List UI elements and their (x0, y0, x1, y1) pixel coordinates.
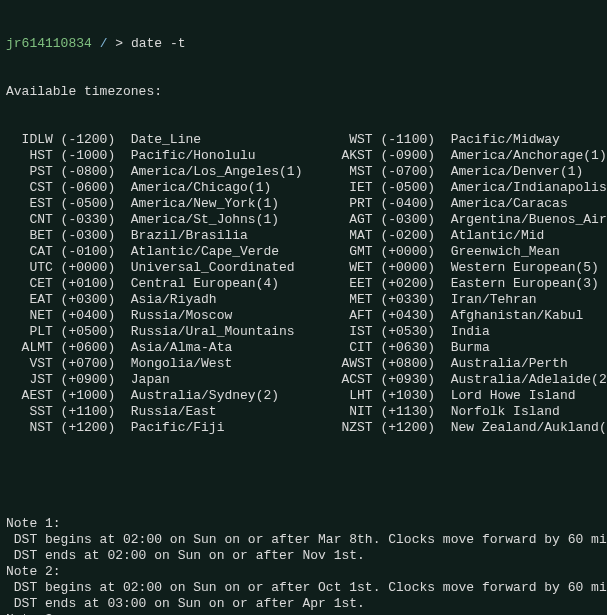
timezone-row: CAT (-0100) Atlantic/Cape_Verde GMT (+00… (6, 244, 601, 260)
notes-section: Note 1: DST begins at 02:00 on Sun on or… (6, 516, 601, 615)
output-header: Available timezones: (6, 84, 601, 100)
timezone-row: PST (-0800) America/Los_Angeles(1) MST (… (6, 164, 601, 180)
prompt-path: / (100, 36, 108, 51)
timezone-row: AEST (+1000) Australia/Sydney(2) LHT (+1… (6, 388, 601, 404)
prompt-line: jr614110834 / > date -t (6, 36, 601, 52)
timezone-row: VST (+0700) Mongolia/West AWST (+0800) A… (6, 356, 601, 372)
timezone-row: JST (+0900) Japan ACST (+0930) Australia… (6, 372, 601, 388)
timezone-row: BET (-0300) Brazil/Brasilia MAT (-0200) … (6, 228, 601, 244)
note-line: DST ends at 03:00 on Sun on or after Apr… (6, 596, 601, 612)
timezone-row: NST (+1200) Pacific/Fiji NZST (+1200) Ne… (6, 420, 601, 436)
blank-line (6, 468, 601, 484)
timezone-row: EAT (+0300) Asia/Riyadh MET (+0330) Iran… (6, 292, 601, 308)
note-line: DST ends at 02:00 on Sun on or after Nov… (6, 548, 601, 564)
prompt-symbol: > (115, 36, 123, 51)
timezone-table: IDLW (-1200) Date_Line WST (-1100) Pacif… (6, 132, 601, 436)
note-title: Note 2: (6, 564, 601, 580)
timezone-row: CNT (-0330) America/St_Johns(1) AGT (-03… (6, 212, 601, 228)
timezone-row: CET (+0100) Central European(4) EET (+02… (6, 276, 601, 292)
note-line: DST begins at 02:00 on Sun on or after M… (6, 532, 601, 548)
timezone-row: SST (+1100) Russia/East NIT (+1130) Norf… (6, 404, 601, 420)
timezone-row: UTC (+0000) Universal_Coordinated WET (+… (6, 260, 601, 276)
timezone-row: EST (-0500) America/New_York(1) PRT (-04… (6, 196, 601, 212)
note-title: Note 1: (6, 516, 601, 532)
timezone-row: IDLW (-1200) Date_Line WST (-1100) Pacif… (6, 132, 601, 148)
timezone-row: NET (+0400) Russia/Moscow AFT (+0430) Af… (6, 308, 601, 324)
timezone-row: HST (-1000) Pacific/Honolulu AKST (-0900… (6, 148, 601, 164)
note-line: DST begins at 02:00 on Sun on or after O… (6, 580, 601, 596)
prompt-user: jr614110834 (6, 36, 92, 51)
timezone-row: ALMT (+0600) Asia/Alma-Ata CIT (+0630) B… (6, 340, 601, 356)
terminal-output[interactable]: jr614110834 / > date -t Available timezo… (0, 0, 607, 615)
timezone-row: CST (-0600) America/Chicago(1) IET (-050… (6, 180, 601, 196)
command-text: date -t (131, 36, 186, 51)
timezone-row: PLT (+0500) Russia/Ural_Mountains IST (+… (6, 324, 601, 340)
